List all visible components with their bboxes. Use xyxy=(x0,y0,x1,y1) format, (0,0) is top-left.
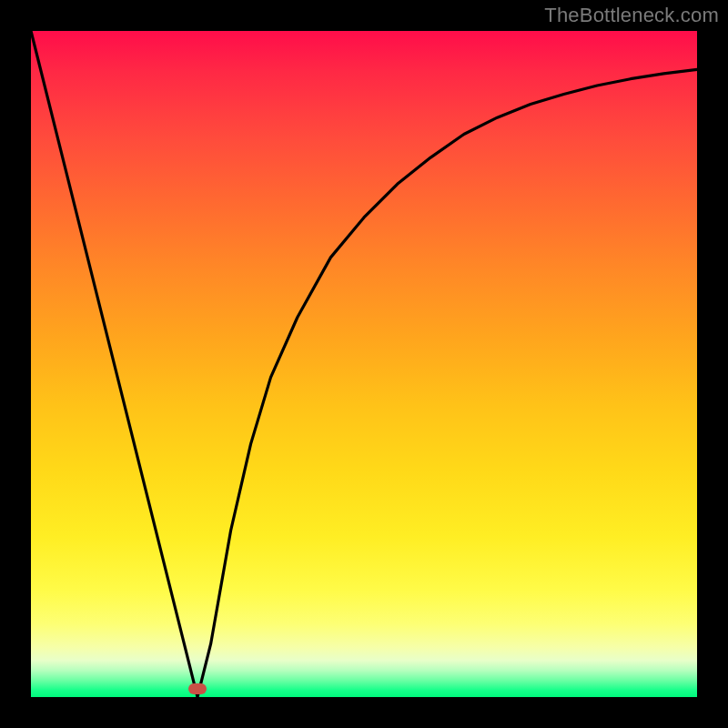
bottleneck-curve xyxy=(31,31,697,697)
curve-path xyxy=(31,31,697,697)
watermark-text: TheBottleneck.com xyxy=(544,4,719,27)
bottleneck-marker xyxy=(188,683,207,694)
chart-frame: TheBottleneck.com xyxy=(0,0,728,728)
plot-area xyxy=(31,31,697,697)
